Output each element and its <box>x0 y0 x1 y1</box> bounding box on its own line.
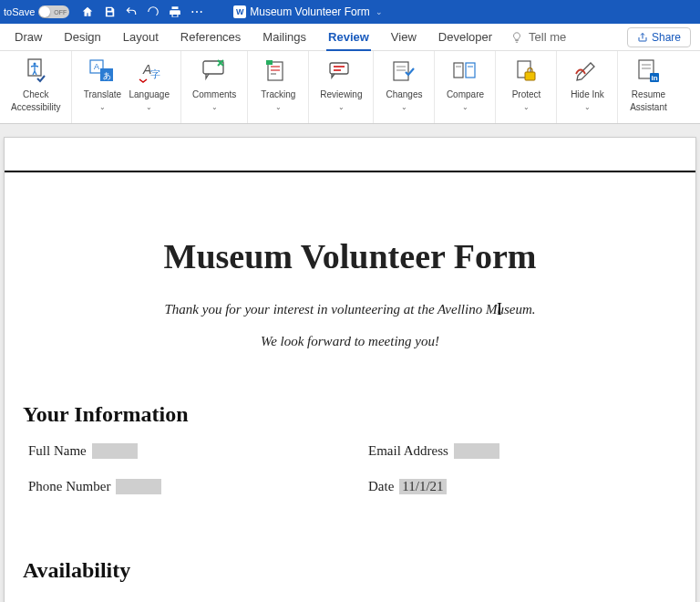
btn-label: Comments <box>192 89 236 100</box>
ribbon-group-accessibility: Check Accessibility <box>0 51 72 123</box>
ribbon-group-language: Aあ Translate ⌄ A字 Language ⌄ <box>72 51 181 123</box>
comments-button[interactable]: Comments ⌄ <box>189 57 240 111</box>
full-name-input[interactable] <box>92 443 138 459</box>
toggle-knob <box>39 6 50 17</box>
ribbon-group-reviewing: Reviewing ⌄ <box>309 51 374 123</box>
field-phone: Phone Number <box>28 479 332 494</box>
tab-mailings[interactable]: Mailings <box>252 24 317 50</box>
translate-button[interactable]: Aあ Translate ⌄ <box>79 57 125 111</box>
svg-text:字: 字 <box>150 68 160 79</box>
ribbon-group-tracking: Tracking ⌄ <box>248 51 309 123</box>
date-label: Date <box>368 479 394 494</box>
btn-label: Compare <box>447 89 484 100</box>
tab-view[interactable]: View <box>380 24 427 50</box>
protect-button[interactable]: Protect ⌄ <box>503 57 549 111</box>
bulb-icon <box>510 31 523 44</box>
tab-layout[interactable]: Layout <box>112 24 170 50</box>
chevron-down-icon: ⌄ <box>523 103 530 111</box>
ribbon-group-resume: in Resume Assistant <box>618 51 678 123</box>
language-icon: A字 <box>138 57 161 86</box>
accessibility-icon <box>24 57 47 86</box>
phone-label: Phone Number <box>28 479 110 494</box>
ribbon-group-changes: Changes ⌄ <box>374 51 435 123</box>
svg-rect-14 <box>330 63 348 74</box>
tell-me-search[interactable]: Tell me <box>510 30 566 44</box>
reviewing-icon <box>328 57 354 86</box>
title-bar: toSave OFF ⋯ W Museum Volunteer Form ⌄ <box>0 0 700 24</box>
toggle-text: OFF <box>54 9 67 16</box>
phone-input[interactable] <box>116 479 161 494</box>
tab-design[interactable]: Design <box>53 24 111 50</box>
btn-label2: Assistant <box>630 102 667 113</box>
home-icon[interactable] <box>79 4 96 20</box>
compare-icon <box>452 57 478 86</box>
text-cursor-icon: I <box>497 300 502 319</box>
tracking-icon <box>265 57 291 86</box>
ribbon-group-protect: Protect ⌄ <box>496 51 557 123</box>
document-page[interactable]: Museum Volunteer Form Thank you for your… <box>4 137 696 602</box>
share-label: Share <box>652 31 681 44</box>
autosave-label: toSave <box>4 6 35 17</box>
svg-rect-17 <box>394 62 408 80</box>
reviewing-button[interactable]: Reviewing ⌄ <box>316 57 365 111</box>
section-your-information: Your Information <box>23 402 677 427</box>
menu-bar: Draw Design Layout References Mailings R… <box>0 24 700 51</box>
form-grid: Full Name Email Address Phone Number Dat… <box>23 443 677 494</box>
chevron-down-icon: ⌄ <box>462 103 468 111</box>
email-input[interactable] <box>454 443 499 459</box>
translate-icon: Aあ <box>89 57 115 86</box>
btn-label: Tracking <box>261 89 295 100</box>
svg-text:A: A <box>94 62 99 71</box>
chevron-down-icon: ⌄ <box>99 103 106 111</box>
svg-rect-13 <box>266 60 273 65</box>
tab-references[interactable]: References <box>170 24 252 50</box>
chevron-down-icon: ⌄ <box>146 103 152 111</box>
btn-label: Language <box>129 89 170 100</box>
autosave-switch[interactable]: OFF <box>38 5 69 18</box>
field-date: Date 11/1/21 <box>368 479 672 494</box>
redo-icon[interactable] <box>145 4 161 20</box>
document-canvas[interactable]: Museum Volunteer Form Thank you for your… <box>0 124 700 602</box>
print-icon[interactable] <box>167 4 183 20</box>
tab-draw[interactable]: Draw <box>4 24 53 50</box>
intro-line-2: We look forward to meeting you! <box>23 334 677 349</box>
ribbon-group-comments: Comments ⌄ <box>181 51 248 123</box>
ribbon-group-compare: Compare ⌄ <box>435 51 496 123</box>
svg-text:あ: あ <box>103 71 111 80</box>
svg-text:in: in <box>652 74 658 82</box>
tell-me-label: Tell me <box>529 30 566 44</box>
document-title: Museum Volunteer Form <box>250 5 369 18</box>
chevron-down-icon: ⌄ <box>338 103 345 111</box>
chevron-down-icon: ⌄ <box>584 103 591 111</box>
tab-review[interactable]: Review <box>317 24 380 50</box>
btn-label: Hide Ink <box>571 89 604 100</box>
ribbon: Check Accessibility Aあ Translate ⌄ A字 La… <box>0 51 700 124</box>
share-icon <box>637 32 648 43</box>
section-availability: Availability <box>23 558 677 583</box>
autosave-toggle[interactable]: toSave OFF <box>4 5 69 18</box>
changes-button[interactable]: Changes ⌄ <box>381 57 427 111</box>
form-title: Museum Volunteer Form <box>23 236 677 276</box>
tracking-button[interactable]: Tracking ⌄ <box>255 57 301 111</box>
save-icon[interactable] <box>101 4 118 20</box>
more-icon[interactable]: ⋯ <box>189 4 205 20</box>
check-accessibility-button[interactable]: Check Accessibility <box>7 57 64 113</box>
field-email: Email Address <box>368 443 672 459</box>
protect-icon <box>514 57 538 86</box>
date-input[interactable]: 11/1/21 <box>399 479 446 494</box>
share-button[interactable]: Share <box>627 27 691 47</box>
resume-assistant-button[interactable]: in Resume Assistant <box>625 57 671 113</box>
email-label: Email Address <box>368 443 448 459</box>
chevron-down-icon: ⌄ <box>376 7 383 16</box>
btn-label: Resume <box>632 89 665 100</box>
document-title-area[interactable]: W Museum Volunteer Form ⌄ <box>233 5 382 18</box>
compare-button[interactable]: Compare ⌄ <box>442 57 488 111</box>
chevron-down-icon: ⌄ <box>275 103 282 111</box>
word-icon: W <box>233 5 246 18</box>
language-button[interactable]: A字 Language ⌄ <box>125 57 173 111</box>
hide-ink-button[interactable]: Hide Ink ⌄ <box>564 57 610 111</box>
tab-developer[interactable]: Developer <box>427 24 503 50</box>
svg-rect-20 <box>454 63 463 78</box>
undo-icon[interactable] <box>123 4 139 20</box>
btn-label2: Accessibility <box>11 102 60 113</box>
